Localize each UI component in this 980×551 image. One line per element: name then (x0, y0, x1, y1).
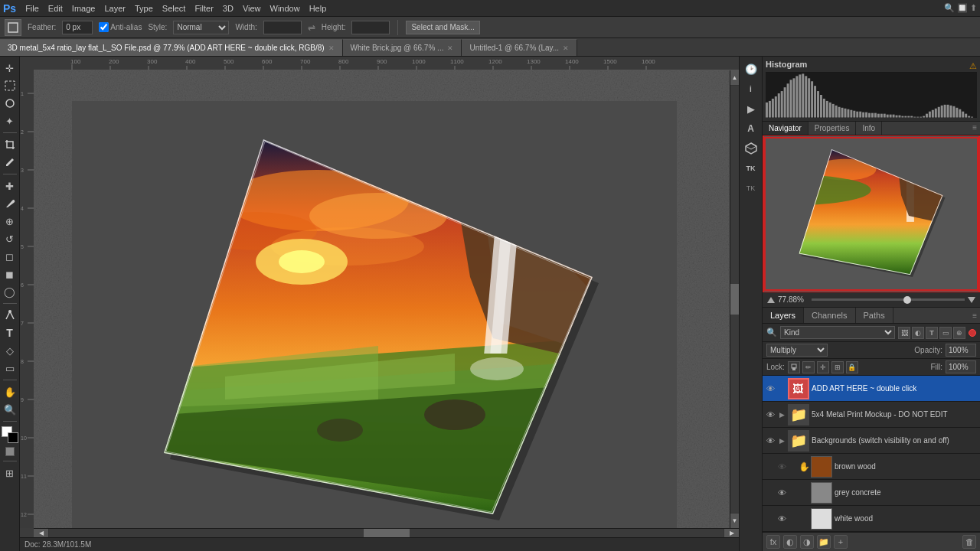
menu-filter[interactable]: Filter (194, 4, 213, 13)
tab-2-close[interactable]: ✕ (447, 44, 453, 52)
history-brush-tool[interactable]: ↺ (2, 230, 18, 247)
shape-tool[interactable]: ▭ (2, 360, 18, 377)
menu-layer[interactable]: Layer (104, 4, 126, 13)
history-panel-icon[interactable]: 🕑 (742, 60, 760, 78)
zoom-tool[interactable]: 🔍 (2, 401, 18, 418)
filter-active-indicator[interactable] (969, 329, 976, 337)
scrollbar-up[interactable]: ▲ (730, 70, 739, 86)
layer-vis-mockup[interactable]: 👁 (765, 409, 776, 420)
filter-shape-icon[interactable]: ▭ (939, 327, 952, 339)
layer-vis-add-art[interactable]: 👁 (765, 383, 776, 394)
width-input[interactable] (263, 21, 302, 34)
layer-vis-white-wood[interactable]: 👁 (776, 514, 787, 524)
info-tab[interactable]: Info (856, 122, 882, 135)
horizontal-scrollbar[interactable]: ◀ ▶ (34, 528, 739, 537)
zoom-thumb[interactable] (903, 296, 911, 304)
info-panel-icon[interactable]: i (742, 80, 760, 98)
filter-kind-select[interactable]: Kind (780, 326, 895, 339)
layer-row-mockup[interactable]: 👁 ▶ 📁 5x4 Metal Print Mockup - DO NOT ED… (763, 402, 980, 428)
gradient-tool[interactable]: ◼ (2, 266, 18, 282)
new-group-button[interactable]: 📁 (817, 535, 831, 549)
dodge-tool[interactable]: ◯ (2, 283, 18, 300)
char-panel-icon[interactable]: A (742, 119, 760, 138)
heal-tool[interactable]: ✚ (2, 178, 18, 194)
navigator-tab[interactable]: Navigator (763, 122, 808, 135)
hand-tool[interactable]: ✋ (2, 383, 18, 400)
scrollbar-thumb-v[interactable] (730, 284, 739, 315)
swap-icon[interactable]: ⇌ (308, 22, 315, 33)
brush-tool[interactable] (2, 195, 18, 212)
lock-pixels-btn[interactable]: ✏ (802, 361, 815, 373)
screen-mode[interactable]: ⊞ (2, 465, 18, 481)
lock-transparent-btn[interactable] (788, 361, 800, 373)
eyedropper-tool[interactable] (2, 154, 18, 171)
layer-vis-brown-wood[interactable]: 👁 (776, 461, 787, 472)
paths-tab[interactable]: Paths (856, 308, 893, 323)
layer-vis-grey-concrete[interactable]: 👁 (776, 487, 787, 498)
magic-wand-tool[interactable]: ✦ (2, 112, 18, 129)
app-icon[interactable]: Ps (3, 2, 16, 15)
scrollbar-left[interactable]: ◀ (34, 529, 49, 537)
select-mask-button[interactable]: Select and Mask... (406, 21, 479, 34)
menu-file[interactable]: File (25, 4, 39, 13)
stamp-tool[interactable]: ⊕ (2, 213, 18, 230)
marquee-tool[interactable] (2, 77, 18, 94)
tab-2[interactable]: White Brick.jpg @ 66.7% ... ✕ (343, 39, 462, 56)
new-fill-adj-button[interactable]: ◑ (800, 535, 814, 549)
fill-value[interactable] (946, 360, 976, 373)
opacity-value[interactable] (946, 344, 976, 357)
lock-all-btn[interactable]: 🔒 (846, 361, 858, 373)
anti-alias-checkbox[interactable] (99, 22, 109, 32)
vertical-scrollbar[interactable]: ▲ ▼ (730, 70, 739, 528)
filter-adjust-icon[interactable]: ◐ (912, 327, 924, 339)
layer-arrow-backgrounds[interactable]: ▶ (778, 435, 786, 446)
menu-edit[interactable]: Edit (48, 4, 63, 13)
tk-panel-icon[interactable]: TK (742, 159, 760, 178)
lock-artboards-btn[interactable]: ⊞ (831, 361, 844, 373)
color-swatches[interactable] (2, 426, 18, 443)
menu-window[interactable]: Window (270, 4, 300, 13)
menu-view[interactable]: View (243, 4, 261, 13)
layer-row-grey-concrete[interactable]: 👁 grey concrete (763, 480, 980, 506)
background-color[interactable] (8, 432, 18, 443)
layers-panel-menu[interactable]: ≡ (969, 310, 980, 321)
layers-tab[interactable]: Layers (763, 308, 804, 323)
tab-3-close[interactable]: ✕ (563, 44, 569, 52)
layer-row-brown-wood[interactable]: 👁 ✋ brown wood (763, 454, 980, 480)
eraser-tool[interactable]: ◻ (2, 248, 18, 265)
menu-type[interactable]: Type (135, 4, 153, 13)
lock-position-btn[interactable]: ✛ (817, 361, 829, 373)
menu-select[interactable]: Select (162, 4, 186, 13)
layer-arrow-mockup[interactable]: ▶ (778, 409, 786, 420)
type-tool[interactable]: T (2, 324, 18, 341)
navigator-preview[interactable] (763, 135, 980, 292)
zoom-in-triangle[interactable] (968, 297, 975, 303)
layer-row-backgrounds[interactable]: 👁 ▶ 📁 Backgrounds (switch visibility on … (763, 428, 980, 454)
zoom-out-triangle[interactable] (767, 297, 775, 303)
filter-pixel-icon[interactable]: 🖼 (898, 327, 910, 339)
path-selection-tool[interactable]: ◇ (2, 342, 18, 359)
add-mask-button[interactable]: ◐ (783, 535, 797, 549)
delete-layer-button[interactable]: 🗑 (962, 535, 976, 549)
anti-alias-checkbox-label[interactable]: Anti-alias (99, 22, 142, 32)
pen-tool[interactable] (2, 307, 18, 324)
tab-1[interactable]: 3D metal_5x4 ratio_lay flat_L_SO File.ps… (0, 39, 343, 56)
blend-mode-select[interactable]: Multiply Normal Screen (766, 344, 828, 357)
style-select[interactable]: NormalFixed RatioFixed Size (173, 21, 229, 34)
crop-tool[interactable] (2, 136, 18, 153)
feather-input[interactable] (62, 21, 93, 34)
tab-1-close[interactable]: ✕ (328, 44, 335, 52)
actions-panel-icon[interactable]: ▶ (742, 99, 760, 118)
move-tool[interactable]: ✛ (2, 60, 18, 77)
layer-row-white-wood[interactable]: 👁 white wood (763, 506, 980, 532)
3d-panel-icon[interactable] (742, 139, 760, 158)
menu-3d[interactable]: 3D (223, 4, 234, 13)
scrollbar-thumb-h[interactable] (364, 529, 410, 537)
new-layer-button[interactable]: + (834, 535, 848, 549)
layer-vis-backgrounds[interactable]: 👁 (765, 435, 776, 446)
scrollbar-right[interactable]: ▶ (724, 529, 739, 537)
tab-3[interactable]: Untitled-1 @ 66.7% (Lay... ✕ (462, 39, 577, 56)
zoom-slider[interactable] (812, 298, 965, 301)
scrollbar-down[interactable]: ▼ (730, 513, 739, 528)
properties-tab[interactable]: Properties (808, 122, 857, 135)
